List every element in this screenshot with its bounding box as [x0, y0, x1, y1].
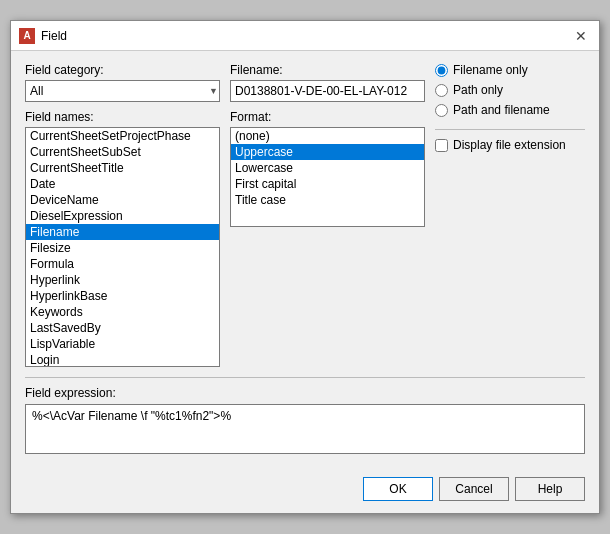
field-category-label: Field category:: [25, 63, 220, 77]
middle-panel: Filename: Format: (none)UppercaseLowerca…: [230, 63, 425, 367]
list-item[interactable]: Uppercase: [231, 144, 424, 160]
list-item[interactable]: Formula: [26, 256, 219, 272]
list-item[interactable]: Filesize: [26, 240, 219, 256]
list-item[interactable]: Login: [26, 352, 219, 367]
field-names-listbox[interactable]: CurrentSheetSetProjectPhaseCurrentSheetS…: [25, 127, 220, 367]
list-item[interactable]: Date: [26, 176, 219, 192]
button-row: OK Cancel Help: [11, 469, 599, 513]
format-listbox[interactable]: (none)UppercaseLowercaseFirst capitalTit…: [230, 127, 425, 227]
filename-input[interactable]: [230, 80, 425, 102]
display-extension-checkbox[interactable]: [435, 139, 448, 152]
ok-button[interactable]: OK: [363, 477, 433, 501]
path-only-option[interactable]: Path only: [435, 83, 585, 97]
radio-group: Filename only Path only Path and filenam…: [435, 63, 585, 117]
top-section: Field category: All ▼ Field names: Curre…: [25, 63, 585, 367]
path-and-filename-label: Path and filename: [453, 103, 550, 117]
field-category-dropdown-wrap: All ▼: [25, 80, 220, 102]
list-item[interactable]: DeviceName: [26, 192, 219, 208]
field-expression-label: Field expression:: [25, 386, 585, 400]
list-item[interactable]: Hyperlink: [26, 272, 219, 288]
title-bar: A Field ✕: [11, 21, 599, 51]
format-label: Format:: [230, 110, 425, 124]
list-item[interactable]: Filename: [26, 224, 219, 240]
field-expression-textarea[interactable]: [25, 404, 585, 454]
filename-only-label: Filename only: [453, 63, 528, 77]
expression-separator: [25, 377, 585, 378]
path-only-label: Path only: [453, 83, 503, 97]
filename-label: Filename:: [230, 63, 425, 77]
expression-section: Field expression:: [25, 386, 585, 457]
list-item[interactable]: LispVariable: [26, 336, 219, 352]
field-names-label: Field names:: [25, 110, 220, 124]
list-item[interactable]: Title case: [231, 192, 424, 208]
list-item[interactable]: Lowercase: [231, 160, 424, 176]
filename-only-option[interactable]: Filename only: [435, 63, 585, 77]
right-panel: Filename only Path only Path and filenam…: [435, 63, 585, 367]
list-item[interactable]: CurrentSheetSetProjectPhase: [26, 128, 219, 144]
dialog-body: Field category: All ▼ Field names: Curre…: [11, 51, 599, 469]
list-item[interactable]: Keywords: [26, 304, 219, 320]
close-button[interactable]: ✕: [571, 26, 591, 46]
list-item[interactable]: DieselExpression: [26, 208, 219, 224]
separator: [435, 129, 585, 130]
list-item[interactable]: HyperlinkBase: [26, 288, 219, 304]
path-only-radio[interactable]: [435, 84, 448, 97]
help-button[interactable]: Help: [515, 477, 585, 501]
list-item[interactable]: First capital: [231, 176, 424, 192]
cancel-button[interactable]: Cancel: [439, 477, 509, 501]
left-panel: Field category: All ▼ Field names: Curre…: [25, 63, 220, 367]
list-item[interactable]: (none): [231, 128, 424, 144]
path-and-filename-radio[interactable]: [435, 104, 448, 117]
filename-only-radio[interactable]: [435, 64, 448, 77]
list-item[interactable]: CurrentSheetSubSet: [26, 144, 219, 160]
path-and-filename-option[interactable]: Path and filename: [435, 103, 585, 117]
list-item[interactable]: CurrentSheetTitle: [26, 160, 219, 176]
display-extension-label: Display file extension: [453, 138, 566, 152]
list-item[interactable]: LastSavedBy: [26, 320, 219, 336]
field-dialog: A Field ✕ Field category: All ▼ Field na…: [10, 20, 600, 514]
display-extension-option[interactable]: Display file extension: [435, 138, 585, 152]
app-icon: A: [19, 28, 35, 44]
dialog-title: Field: [41, 29, 67, 43]
field-category-select[interactable]: All: [25, 80, 220, 102]
